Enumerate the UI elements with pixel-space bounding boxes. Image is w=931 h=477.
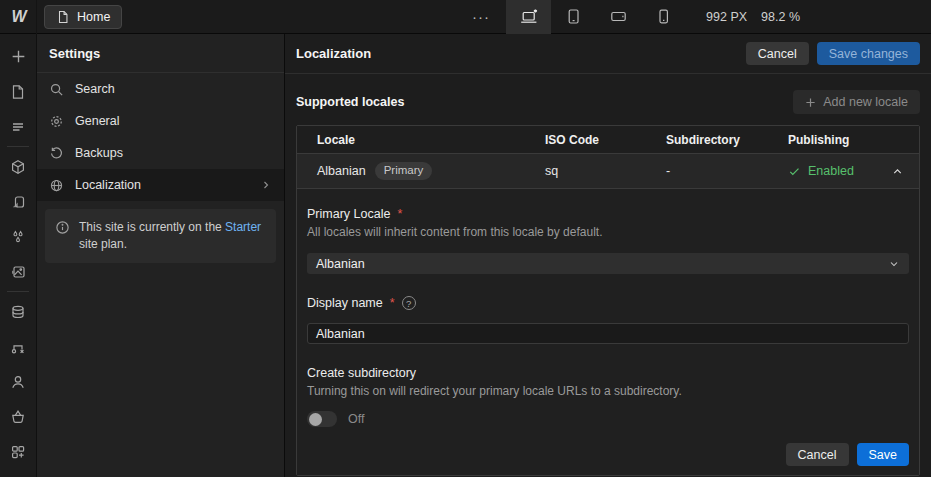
cancel-button[interactable]: Cancel <box>746 42 809 65</box>
home-tab[interactable]: Home <box>44 5 122 29</box>
column-iso-code: ISO Code <box>545 133 666 147</box>
required-asterisk: * <box>390 296 395 310</box>
form-actions: Cancel Save <box>307 443 909 466</box>
settings-item-label: General <box>75 114 119 128</box>
notice-text: This site is currently on the Starter si… <box>79 219 266 253</box>
left-toolbar <box>0 34 37 477</box>
add-new-locale-button[interactable]: Add new locale <box>793 90 920 114</box>
save-changes-button[interactable]: Save changes <box>817 42 920 65</box>
page-icon <box>56 10 70 24</box>
locale-row-albanian[interactable]: Albanian Primary sq - Enabled <box>297 154 919 189</box>
section-title: Supported locales <box>296 95 404 109</box>
globe-icon <box>49 178 64 193</box>
home-tab-label: Home <box>77 10 110 24</box>
apps-grid-icon[interactable] <box>0 434 36 469</box>
canvas-width-value[interactable]: 992 PX <box>706 10 747 24</box>
page-title: Localization <box>296 46 371 61</box>
create-subdirectory-description: Turning this on will redirect your prima… <box>307 384 909 398</box>
create-subdirectory-label: Create subdirectory <box>307 366 416 380</box>
assets-image-icon[interactable] <box>0 254 36 289</box>
info-icon <box>55 220 70 235</box>
breakpoint-tablet-icon[interactable] <box>551 0 596 34</box>
logic-flow-icon[interactable] <box>0 329 36 364</box>
rail-divider <box>7 291 29 292</box>
display-name-label: Display name <box>307 296 383 310</box>
rail-divider <box>7 146 29 147</box>
primary-locale-selected-value: Albanian <box>316 257 365 271</box>
canvas-zoom-value[interactable]: 98.2 % <box>761 10 800 24</box>
display-name-value: Albanian <box>316 327 365 341</box>
settings-item-backups[interactable]: Backups <box>37 137 284 169</box>
notice-prefix: This site is currently on the <box>79 220 225 234</box>
main-content: Supported locales Add new locale Locale … <box>285 74 931 476</box>
form-save-button[interactable]: Save <box>857 443 910 466</box>
settings-panel-title: Settings <box>37 34 284 73</box>
search-icon <box>49 82 64 97</box>
header-actions: Cancel Save changes <box>746 42 920 65</box>
locale-cell: Albanian Primary <box>317 162 545 180</box>
settings-item-label: Search <box>75 82 115 96</box>
cms-database-icon[interactable] <box>0 294 36 329</box>
primary-locale-select[interactable]: Albanian <box>307 253 909 274</box>
gear-icon <box>49 114 64 129</box>
starter-plan-link[interactable]: Starter <box>225 220 261 234</box>
required-asterisk: * <box>397 207 402 221</box>
breakpoint-toolbar: ··· <box>462 0 800 34</box>
supported-locales-header: Supported locales Add new locale <box>296 90 920 114</box>
breakpoint-tablet-landscape-icon[interactable] <box>596 0 641 34</box>
table-header-row: Locale ISO Code Subdirectory Publishing <box>297 126 919 154</box>
iso-code-value: sq <box>545 164 666 178</box>
primary-locale-label-row: Primary Locale* <box>307 207 909 221</box>
libraries-icon[interactable] <box>0 184 36 219</box>
settings-panel: Settings Search General Backups <box>37 34 285 477</box>
chevron-down-icon <box>888 258 900 270</box>
form-cancel-button[interactable]: Cancel <box>786 443 849 466</box>
chevron-right-icon <box>260 179 272 191</box>
primary-locale-label: Primary Locale <box>307 207 390 221</box>
ecommerce-basket-icon[interactable] <box>0 399 36 434</box>
add-new-locale-label: Add new locale <box>823 95 908 109</box>
add-elements-icon[interactable] <box>0 39 36 74</box>
primary-locale-description: All locales will inherit content from th… <box>307 225 909 239</box>
users-icon[interactable] <box>0 364 36 399</box>
locales-table: Locale ISO Code Subdirectory Publishing … <box>296 125 920 476</box>
help-icon[interactable]: ? <box>402 296 416 310</box>
notice-suffix: site plan. <box>79 237 127 251</box>
settings-item-search[interactable]: Search <box>37 73 284 105</box>
components-icon[interactable] <box>0 149 36 184</box>
localization-main: Localization Cancel Save changes Support… <box>285 34 931 477</box>
variables-droplets-icon[interactable] <box>0 219 36 254</box>
display-name-label-row: Display name* ? <box>307 296 909 310</box>
locale-name: Albanian <box>317 164 366 178</box>
column-publishing: Publishing <box>788 133 903 147</box>
webflow-logo-icon[interactable]: W <box>0 0 37 34</box>
publishing-cell: Enabled <box>788 164 903 178</box>
chevron-up-icon[interactable] <box>891 165 904 178</box>
toggle-state-label: Off <box>348 412 364 426</box>
column-locale: Locale <box>317 133 545 147</box>
more-options-icon[interactable]: ··· <box>462 0 500 34</box>
settings-item-localization[interactable]: Localization <box>37 169 284 201</box>
site-plan-notice: This site is currently on the Starter si… <box>45 209 276 263</box>
pages-icon[interactable] <box>0 74 36 109</box>
topbar: W Home ··· <box>0 0 931 34</box>
breakpoint-laptop-icon[interactable] <box>506 0 551 34</box>
subdirectory-toggle-row: Off <box>307 411 909 427</box>
display-name-input[interactable]: Albanian <box>307 323 909 344</box>
locale-edit-form: Primary Locale* All locales will inherit… <box>297 189 919 475</box>
designer-body: Settings Search General Backups <box>0 34 931 477</box>
primary-badge: Primary <box>375 162 433 180</box>
settings-item-general[interactable]: General <box>37 105 284 137</box>
subdirectory-toggle[interactable] <box>307 411 337 427</box>
subdirectory-value: - <box>666 164 788 178</box>
navigator-icon[interactable] <box>0 109 36 144</box>
settings-item-label: Backups <box>75 146 123 160</box>
settings-item-label: Localization <box>75 178 141 192</box>
plus-icon <box>805 97 816 108</box>
breakpoint-phone-icon[interactable] <box>641 0 686 34</box>
create-subdirectory-label-row: Create subdirectory <box>307 366 909 380</box>
column-subdirectory: Subdirectory <box>666 133 788 147</box>
publishing-status: Enabled <box>808 164 854 178</box>
webflow-designer: W Home ··· <box>0 0 931 477</box>
main-header: Localization Cancel Save changes <box>285 34 931 74</box>
